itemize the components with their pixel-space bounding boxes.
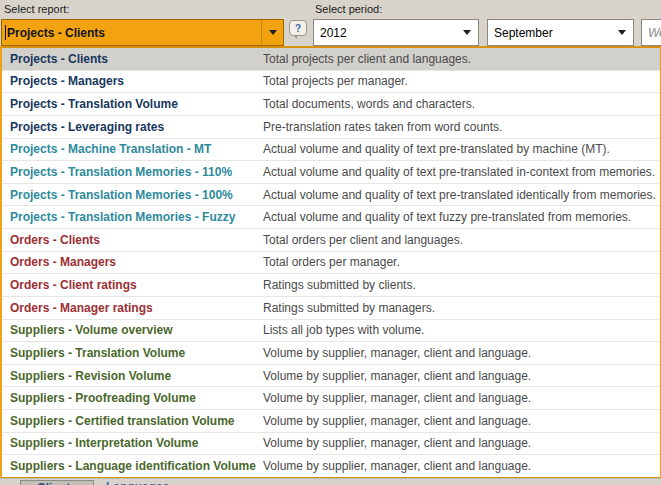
report-list-item[interactable]: Suppliers - Translation VolumeVolume by … [2, 342, 660, 365]
report-list-item[interactable]: Projects - Translation Memories - FuzzyA… [2, 206, 660, 229]
month-dropdown-button[interactable] [611, 20, 633, 45]
report-list-item[interactable]: Suppliers - Language identification Volu… [2, 455, 660, 478]
report-list-item[interactable]: Orders - Client ratingsRatings submitted… [2, 274, 660, 297]
report-list-item[interactable]: Orders - ManagersTotal orders per manage… [2, 252, 660, 275]
report-item-description: Volume by supplier, manager, client and … [263, 459, 660, 473]
report-item-label: Suppliers - Interpretation Volume [2, 436, 263, 450]
report-item-label: Orders - Clients [2, 233, 263, 247]
report-item-description: Total documents, words and characters. [263, 97, 660, 111]
report-item-label: Projects - Translation Volume [2, 97, 263, 111]
background-tab-clients[interactable]: Clients [20, 480, 94, 485]
report-item-label: Projects - Leveraging rates [2, 120, 263, 134]
report-list-item[interactable]: Orders - Manager ratingsRatings submitte… [2, 297, 660, 320]
report-item-label: Projects - Machine Translation - MT [2, 142, 263, 156]
report-item-description: Total orders per manager. [263, 255, 660, 269]
report-item-label: Projects - Translation Memories - Fuzzy [2, 210, 263, 224]
report-combobox[interactable]: Projects - Clients [1, 19, 284, 46]
report-item-description: Volume by supplier, manager, client and … [263, 414, 660, 428]
report-item-label: Projects - Translation Memories - 110% [2, 165, 263, 179]
report-item-label: Orders - Client ratings [2, 278, 263, 292]
report-item-description: Pre-translation rates taken from word co… [263, 120, 660, 134]
report-list-item[interactable]: Suppliers - Revision VolumeVolume by sup… [2, 365, 660, 388]
report-list-item[interactable]: Projects - Leveraging ratesPre-translati… [2, 116, 660, 139]
report-item-label: Suppliers - Proofreading Volume [2, 391, 263, 405]
report-item-label: Suppliers - Translation Volume [2, 346, 263, 360]
report-combobox-value[interactable]: Projects - Clients [2, 20, 261, 45]
report-item-description: Actual volume and quality of text pre-tr… [263, 142, 660, 156]
chevron-down-icon [463, 30, 471, 35]
report-list-item[interactable]: Projects - ClientsTotal projects per cli… [2, 48, 660, 71]
report-item-description: Volume by supplier, manager, client and … [263, 436, 660, 450]
report-list-item[interactable]: Projects - Translation Memories - 100%Ac… [2, 184, 660, 207]
report-list-item[interactable]: Projects - Machine Translation - MTActua… [2, 139, 660, 162]
year-dropdown-button[interactable] [456, 20, 478, 45]
report-item-description: Ratings submitted by managers. [263, 301, 660, 315]
report-item-description: Actual volume and quality of text fuzzy … [263, 210, 660, 224]
month-combobox[interactable]: September [487, 19, 634, 46]
report-dropdown-button[interactable] [261, 20, 283, 45]
report-item-label: Suppliers - Revision Volume [2, 369, 263, 383]
report-list-item[interactable]: Suppliers - Certified translation Volume… [2, 410, 660, 433]
month-combobox-value[interactable]: September [488, 20, 611, 45]
report-picker-window: Select report: Select period: Projects -… [0, 0, 661, 485]
report-list-item[interactable]: Projects - ManagersTotal projects per ma… [2, 71, 660, 94]
report-item-description: Actual volume and quality of text pre-tr… [263, 188, 660, 202]
report-item-label: Orders - Manager ratings [2, 301, 263, 315]
week-combobox-value[interactable]: We [642, 20, 661, 45]
report-item-description: Volume by supplier, manager, client and … [263, 346, 660, 360]
text-cursor [5, 25, 6, 40]
report-item-description: Total projects per client and languages. [263, 52, 660, 66]
report-item-label: Suppliers - Certified translation Volume [2, 414, 263, 428]
report-item-label: Orders - Managers [2, 255, 263, 269]
report-list-item[interactable]: Suppliers - Volume overviewLists all job… [2, 320, 660, 343]
select-period-label: Select period: [315, 3, 382, 15]
background-window-strip: Clients Languages [0, 478, 661, 485]
chevron-down-icon [269, 30, 277, 35]
report-list-item[interactable]: Orders - ClientsTotal orders per client … [2, 229, 660, 252]
background-tab-languages[interactable]: Languages [106, 480, 169, 485]
report-list-item[interactable]: Projects - Translation VolumeTotal docum… [2, 93, 660, 116]
chevron-down-icon [618, 30, 626, 35]
report-dropdown-list: Projects - ClientsTotal projects per cli… [0, 46, 661, 478]
report-item-label: Suppliers - Language identification Volu… [2, 459, 263, 473]
select-report-label: Select report: [4, 3, 69, 15]
report-item-label: Suppliers - Volume overview [2, 323, 263, 337]
report-item-description: Total projects per manager. [263, 74, 660, 88]
report-item-label: Projects - Clients [2, 52, 263, 66]
report-item-description: Volume by supplier, manager, client and … [263, 369, 660, 383]
year-combobox[interactable]: 2012 [313, 19, 479, 46]
report-list-item[interactable]: Suppliers - Interpretation VolumeVolume … [2, 433, 660, 456]
report-item-description: Total orders per client and languages. [263, 233, 660, 247]
week-combobox[interactable]: We [641, 19, 661, 46]
report-list-item[interactable]: Suppliers - Proofreading VolumeVolume by… [2, 387, 660, 410]
report-list-item[interactable]: Projects - Translation Memories - 110%Ac… [2, 161, 660, 184]
report-item-label: Projects - Managers [2, 74, 263, 88]
report-item-label: Projects - Translation Memories - 100% [2, 188, 263, 202]
report-item-description: Ratings submitted by clients. [263, 278, 660, 292]
help-icon[interactable]: ? [289, 20, 307, 36]
report-item-description: Volume by supplier, manager, client and … [263, 391, 660, 405]
year-combobox-value[interactable]: 2012 [314, 20, 456, 45]
report-item-description: Lists all job types with volume. [263, 323, 660, 337]
report-item-description: Actual volume and quality of text pre-tr… [263, 165, 660, 179]
